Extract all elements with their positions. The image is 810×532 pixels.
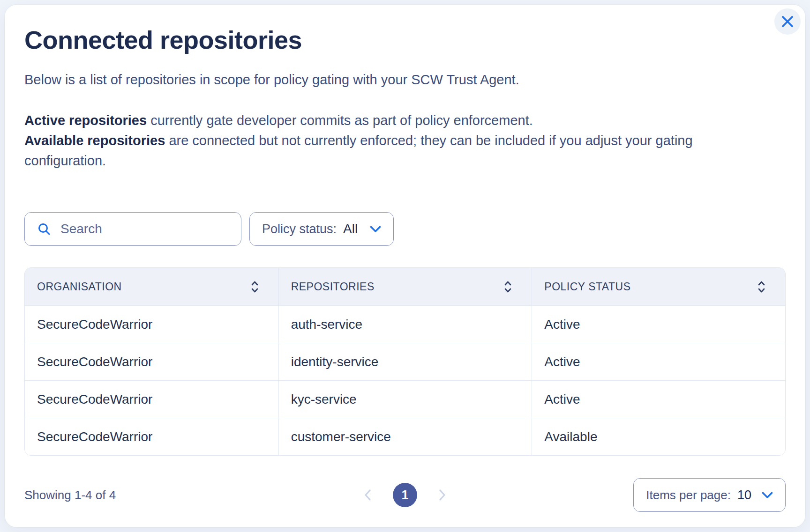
table-row: SecureCodeWarrior customer-service Avail… — [25, 418, 785, 455]
search-icon — [37, 222, 51, 236]
table-row: SecureCodeWarrior kyc-service Active — [25, 380, 785, 418]
table-row: SecureCodeWarrior auth-service Active — [25, 305, 785, 343]
page-title: Connected repositories — [24, 25, 786, 54]
description-line-active: Active repositories currently gate devel… — [24, 111, 704, 131]
page-1-button[interactable]: 1 — [393, 483, 417, 507]
cell-repository: auth-service — [278, 306, 532, 343]
description-block: Active repositories currently gate devel… — [24, 111, 704, 171]
chevron-down-icon — [751, 492, 773, 499]
available-repositories-term: Available repositories — [24, 133, 165, 148]
cell-policy-status: Active — [532, 343, 785, 380]
intro-text: Below is a list of repositories in scope… — [24, 70, 786, 89]
chevron-down-icon — [358, 226, 381, 233]
cell-organisation: SecureCodeWarrior — [25, 381, 278, 418]
active-repositories-text: currently gate developer commits as part… — [147, 113, 533, 128]
chevron-left-icon — [364, 489, 371, 501]
repositories-table: ORGANISATION REPOSITORIES — [24, 267, 786, 456]
chevron-right-icon — [439, 489, 446, 501]
cell-policy-status: Available — [532, 418, 785, 455]
table-body: SecureCodeWarrior auth-service Active Se… — [25, 305, 785, 455]
cell-policy-status: Active — [532, 381, 785, 418]
sort-icon[interactable] — [251, 281, 259, 293]
column-header-label: ORGANISATION — [37, 281, 122, 293]
column-header-label: POLICY STATUS — [544, 281, 630, 293]
search-box[interactable] — [24, 212, 241, 246]
connected-repositories-modal: Connected repositories Below is a list o… — [5, 5, 805, 527]
search-input[interactable] — [60, 222, 232, 236]
previous-page-button[interactable] — [362, 488, 373, 502]
pagination: 1 — [362, 483, 448, 507]
cell-organisation: SecureCodeWarrior — [25, 306, 278, 343]
next-page-button[interactable] — [437, 488, 448, 502]
policy-status-filter-label: Policy status: — [262, 222, 337, 236]
column-header-label: REPOSITORIES — [291, 281, 375, 293]
toolbar: Policy status: All — [24, 212, 786, 246]
column-header-policy-status[interactable]: POLICY STATUS — [532, 268, 785, 305]
items-per-page-select[interactable]: Items per page: 10 — [633, 478, 786, 512]
cell-organisation: SecureCodeWarrior — [25, 418, 278, 455]
items-per-page-value: 10 — [737, 488, 751, 502]
items-per-page-label: Items per page: — [646, 488, 731, 502]
column-header-repositories[interactable]: REPOSITORIES — [278, 268, 532, 305]
column-header-organisation[interactable]: ORGANISATION — [25, 268, 278, 305]
sort-icon[interactable] — [504, 281, 512, 293]
table-footer: Showing 1-4 of 4 1 — [24, 478, 786, 512]
cell-repository: identity-service — [278, 343, 532, 380]
cell-repository: customer-service — [278, 418, 532, 455]
sort-icon[interactable] — [758, 281, 765, 293]
cell-policy-status: Active — [532, 306, 785, 343]
policy-status-filter-value: All — [343, 222, 358, 236]
cell-repository: kyc-service — [278, 381, 532, 418]
table-header-row: ORGANISATION REPOSITORIES — [25, 268, 785, 305]
active-repositories-term: Active repositories — [24, 113, 147, 128]
policy-status-filter[interactable]: Policy status: All — [249, 212, 394, 246]
table-row: SecureCodeWarrior identity-service Activ… — [25, 343, 785, 380]
showing-count-text: Showing 1-4 of 4 — [24, 488, 116, 502]
cell-organisation: SecureCodeWarrior — [25, 343, 278, 380]
description-line-available: Available repositories are connected but… — [24, 131, 704, 171]
